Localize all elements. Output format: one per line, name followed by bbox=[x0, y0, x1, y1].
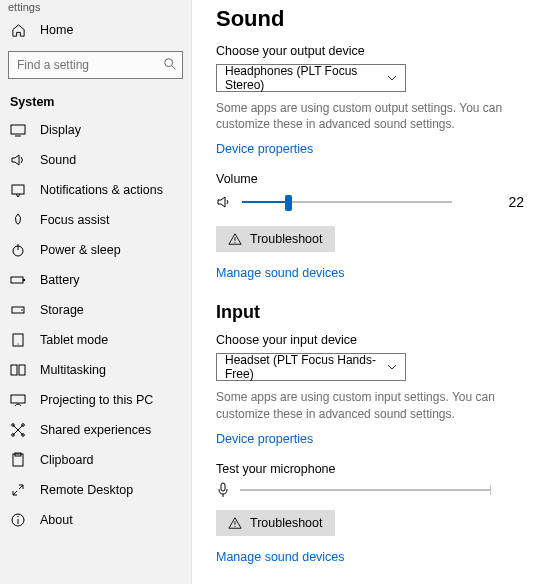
slider-thumb[interactable] bbox=[285, 195, 292, 211]
battery-icon bbox=[10, 272, 26, 288]
svg-line-1 bbox=[172, 66, 176, 70]
sidebar-item-label: About bbox=[40, 513, 73, 527]
svg-point-0 bbox=[165, 59, 173, 67]
button-label: Troubleshoot bbox=[250, 516, 323, 530]
svg-point-28 bbox=[234, 242, 235, 243]
mic-level-meter bbox=[240, 489, 490, 491]
sidebar-item-label: Multitasking bbox=[40, 363, 106, 377]
output-troubleshoot-button[interactable]: Troubleshoot bbox=[216, 226, 335, 252]
nav-home[interactable]: Home bbox=[0, 15, 191, 45]
multitask-icon bbox=[10, 362, 26, 378]
notifications-icon bbox=[10, 182, 26, 198]
sidebar-item-label: Display bbox=[40, 123, 81, 137]
project-icon bbox=[10, 392, 26, 408]
display-icon bbox=[10, 122, 26, 138]
output-device-dropdown[interactable]: Headphones (PLT Focus Stereo) bbox=[216, 64, 406, 92]
svg-point-26 bbox=[17, 516, 18, 517]
manage-output-devices-link[interactable]: Manage sound devices bbox=[216, 266, 345, 280]
manage-input-devices-link[interactable]: Manage sound devices bbox=[216, 550, 345, 564]
sidebar-item-label: Remote Desktop bbox=[40, 483, 133, 497]
sidebar-item-power-sleep[interactable]: Power & sleep bbox=[0, 235, 191, 265]
test-mic-label: Test your microphone bbox=[216, 462, 530, 476]
output-device-label: Choose your output device bbox=[216, 44, 530, 58]
home-icon bbox=[10, 22, 26, 38]
input-device-label: Choose your input device bbox=[216, 333, 530, 347]
svg-rect-29 bbox=[221, 483, 225, 491]
output-note: Some apps are using custom output settin… bbox=[216, 100, 516, 132]
svg-point-12 bbox=[17, 343, 18, 344]
sidebar-item-label: Projecting to this PC bbox=[40, 393, 153, 407]
volume-label: Volume bbox=[216, 172, 530, 186]
focus-icon bbox=[10, 212, 26, 228]
chevron-down-icon bbox=[387, 362, 397, 372]
svg-rect-8 bbox=[23, 279, 25, 281]
shared-icon bbox=[10, 422, 26, 438]
sidebar-item-notifications[interactable]: Notifications & actions bbox=[0, 175, 191, 205]
sidebar-item-battery[interactable]: Battery bbox=[0, 265, 191, 295]
svg-rect-7 bbox=[11, 277, 23, 283]
sidebar-item-about[interactable]: About bbox=[0, 505, 191, 535]
svg-rect-4 bbox=[12, 185, 24, 194]
window-title-truncated: ettings bbox=[0, 0, 191, 15]
power-icon bbox=[10, 242, 26, 258]
input-device-dropdown[interactable]: Headset (PLT Focus Hands-Free) bbox=[216, 353, 406, 381]
volume-slider[interactable] bbox=[242, 192, 452, 212]
output-device-selected: Headphones (PLT Focus Stereo) bbox=[225, 64, 387, 92]
page-title: Sound bbox=[216, 6, 530, 32]
storage-icon bbox=[10, 302, 26, 318]
volume-value: 22 bbox=[494, 194, 524, 210]
sidebar-item-label: Battery bbox=[40, 273, 80, 287]
sidebar: ettings Home System Display Sound Notifi… bbox=[0, 0, 192, 584]
sidebar-item-label: Shared experiences bbox=[40, 423, 151, 437]
svg-rect-2 bbox=[11, 125, 25, 134]
sidebar-item-projecting[interactable]: Projecting to this PC bbox=[0, 385, 191, 415]
sidebar-item-label: Storage bbox=[40, 303, 84, 317]
sidebar-item-label: Clipboard bbox=[40, 453, 94, 467]
sidebar-item-multitasking[interactable]: Multitasking bbox=[0, 355, 191, 385]
sound-icon bbox=[10, 152, 26, 168]
clipboard-icon bbox=[10, 452, 26, 468]
sidebar-item-label: Notifications & actions bbox=[40, 183, 163, 197]
svg-rect-14 bbox=[19, 365, 25, 375]
main-content: Sound Choose your output device Headphon… bbox=[192, 0, 540, 584]
search-wrap bbox=[8, 51, 183, 79]
button-label: Troubleshoot bbox=[250, 232, 323, 246]
chevron-down-icon bbox=[387, 73, 397, 83]
sidebar-item-label: Power & sleep bbox=[40, 243, 121, 257]
about-icon bbox=[10, 512, 26, 528]
input-device-selected: Headset (PLT Focus Hands-Free) bbox=[225, 353, 387, 381]
microphone-icon bbox=[216, 482, 230, 498]
svg-point-10 bbox=[21, 309, 23, 311]
input-heading: Input bbox=[216, 302, 530, 323]
sidebar-item-clipboard[interactable]: Clipboard bbox=[0, 445, 191, 475]
sidebar-item-focus-assist[interactable]: Focus assist bbox=[0, 205, 191, 235]
input-device-properties-link[interactable]: Device properties bbox=[216, 432, 313, 446]
sidebar-item-storage[interactable]: Storage bbox=[0, 295, 191, 325]
sidebar-group-title: System bbox=[0, 89, 191, 115]
svg-point-32 bbox=[234, 526, 235, 527]
sidebar-item-display[interactable]: Display bbox=[0, 115, 191, 145]
tablet-icon bbox=[10, 332, 26, 348]
svg-rect-15 bbox=[11, 395, 25, 403]
nav-home-label: Home bbox=[40, 23, 73, 37]
sidebar-item-shared-experiences[interactable]: Shared experiences bbox=[0, 415, 191, 445]
slider-fill bbox=[242, 201, 288, 203]
sidebar-item-label: Tablet mode bbox=[40, 333, 108, 347]
input-note: Some apps are using custom input setting… bbox=[216, 389, 516, 421]
sidebar-item-remote-desktop[interactable]: Remote Desktop bbox=[0, 475, 191, 505]
sidebar-item-label: Focus assist bbox=[40, 213, 109, 227]
warning-icon bbox=[228, 516, 242, 530]
sidebar-item-sound[interactable]: Sound bbox=[0, 145, 191, 175]
output-device-properties-link[interactable]: Device properties bbox=[216, 142, 313, 156]
svg-rect-13 bbox=[11, 365, 17, 375]
input-troubleshoot-button[interactable]: Troubleshoot bbox=[216, 510, 335, 536]
sidebar-item-label: Sound bbox=[40, 153, 76, 167]
sidebar-item-tablet-mode[interactable]: Tablet mode bbox=[0, 325, 191, 355]
remote-icon bbox=[10, 482, 26, 498]
warning-icon bbox=[228, 232, 242, 246]
speaker-icon[interactable] bbox=[216, 194, 232, 210]
search-icon bbox=[163, 57, 177, 71]
search-input[interactable] bbox=[8, 51, 183, 79]
